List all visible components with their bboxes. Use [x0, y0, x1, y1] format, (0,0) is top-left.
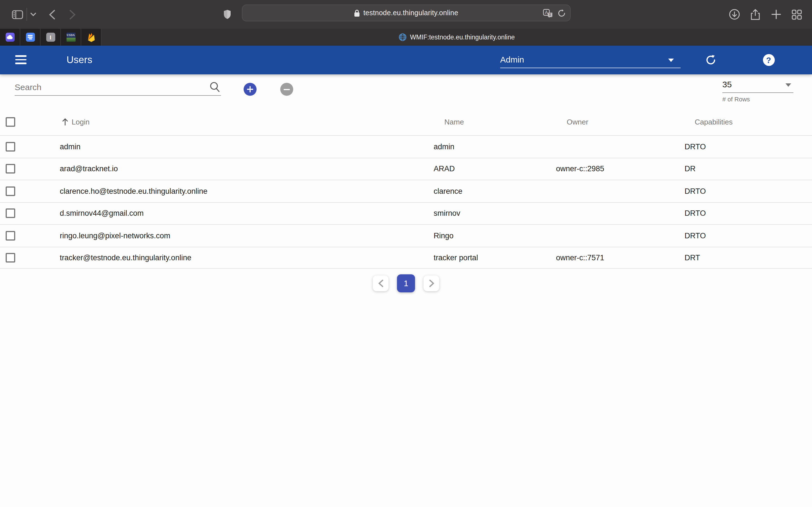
row-checkbox[interactable] [6, 186, 15, 196]
tab-overview-icon[interactable] [790, 0, 804, 29]
privacy-shield-icon[interactable] [221, 0, 234, 29]
dropdown-caret-icon [668, 59, 674, 62]
pinned-tab-firebase[interactable] [81, 29, 101, 46]
chevron-left-icon [378, 279, 383, 287]
active-tab[interactable]: WMIF:testnode.eu.thingularity.online [101, 29, 812, 46]
info-app-icon: I [46, 33, 55, 42]
role-dropdown-value: Admin [500, 55, 524, 64]
main-content: 35 # of Rows Login Name Owner Capabiliti… [0, 74, 812, 507]
role-dropdown[interactable]: Admin [500, 52, 680, 68]
column-header-capabilities[interactable]: Capabilities [679, 118, 812, 126]
screen: testnode.eu.thingularity.online A 文 [0, 0, 812, 507]
tab-title-text: WMIF:testnode.eu.thingularity.online [410, 34, 515, 41]
forward-button[interactable] [66, 0, 78, 29]
row-checkbox[interactable] [6, 142, 15, 152]
rows-per-page-dropdown[interactable]: 35 [722, 77, 794, 93]
app-header: Users Admin ? [0, 46, 812, 74]
pinned-tab-usda[interactable]: USDA [61, 29, 81, 46]
remove-user-button[interactable] [280, 83, 293, 96]
login-cell: arad@tracknet.io [54, 165, 428, 173]
lock-icon [354, 9, 360, 17]
back-button[interactable] [46, 0, 57, 29]
row-checkbox[interactable] [6, 209, 15, 218]
help-icon: ? [763, 54, 774, 66]
sort-ascending-icon [62, 118, 68, 126]
menu-icon[interactable] [15, 55, 27, 64]
login-cell: clarence.ho@testnode.eu.thingularity.onl… [54, 187, 428, 195]
firebase-icon [87, 33, 95, 42]
table-header: Login Name Owner Capabilities [0, 109, 812, 135]
pinned-tab-cloud[interactable] [0, 29, 20, 46]
table-row[interactable]: arad@tracknet.io ARAD owner-c::2985 DR [0, 158, 812, 180]
login-cell: d.smirnov44@gmail.com [54, 209, 428, 218]
login-cell: tracker@testnode.eu.thingularity.online [54, 253, 428, 262]
column-header-login[interactable]: Login [54, 118, 428, 126]
owner-cell: owner-c::7571 [551, 253, 679, 262]
pinned-tabs: I USDA [0, 29, 101, 46]
column-label: Login [71, 118, 90, 126]
table-row[interactable]: ringo.leung@pixel-networks.com Ringo DRT… [0, 224, 812, 246]
table-row[interactable]: admin admin DRTO [0, 135, 812, 158]
tab-strip: I USDA WMIF:testnode.eu.thing [0, 29, 812, 46]
name-cell: smirnov [428, 209, 551, 218]
svg-text:文: 文 [548, 12, 552, 16]
translate-icon[interactable]: A 文 [543, 9, 553, 17]
search-field [15, 79, 221, 96]
search-icon[interactable] [210, 82, 220, 93]
page-number-button[interactable]: 1 [397, 274, 415, 292]
capabilities-cell: DR [679, 165, 812, 173]
plus-icon [247, 86, 253, 93]
capabilities-cell: DRTO [679, 231, 812, 240]
name-cell: ARAD [428, 165, 551, 173]
add-user-button[interactable] [244, 83, 257, 96]
sidebar-chevron-down-icon[interactable] [29, 0, 38, 29]
next-page-button[interactable] [423, 276, 439, 291]
table-row[interactable]: d.smirnov44@gmail.com smirnov DRTO [0, 202, 812, 224]
cloud-app-icon [5, 33, 14, 42]
globe-favicon [399, 33, 407, 41]
previous-page-button[interactable] [373, 276, 389, 291]
page-title: Users [66, 46, 92, 74]
reload-icon[interactable] [558, 9, 566, 17]
row-checkbox[interactable] [6, 253, 15, 263]
row-checkbox[interactable] [6, 231, 15, 240]
refresh-button[interactable] [703, 46, 718, 74]
capabilities-cell: DRTO [679, 143, 812, 151]
pinned-tab-docs[interactable] [20, 29, 41, 46]
name-cell: admin [428, 143, 551, 151]
sidebar-toggle-icon[interactable] [10, 0, 25, 29]
login-cell: ringo.leung@pixel-networks.com [54, 231, 428, 240]
usda-site-icon: USDA [66, 33, 75, 42]
toolbar-divider [27, 8, 27, 21]
rows-caret-icon [785, 83, 791, 87]
docs-app-icon [26, 33, 35, 42]
column-header-name[interactable]: Name [428, 118, 551, 126]
select-all-checkbox[interactable] [6, 117, 15, 127]
capabilities-cell: DRTO [679, 209, 812, 218]
column-header-owner[interactable]: Owner [551, 118, 679, 126]
row-checkbox[interactable] [6, 164, 15, 174]
chevron-right-icon [429, 279, 434, 287]
table-row[interactable]: tracker@testnode.eu.thingularity.online … [0, 246, 812, 269]
browser-toolbar: testnode.eu.thingularity.online A 文 [0, 0, 812, 29]
downloads-icon[interactable] [727, 0, 741, 29]
search-input[interactable] [15, 79, 201, 95]
name-cell: Ringo [428, 231, 551, 240]
share-icon[interactable] [748, 0, 762, 29]
table-row[interactable]: clarence.ho@testnode.eu.thingularity.onl… [0, 180, 812, 202]
table-body: admin admin DRTO arad@tracknet.io ARAD o… [0, 135, 812, 269]
capabilities-cell: DRTO [679, 187, 812, 195]
capabilities-cell: DRT [679, 253, 812, 262]
url-text: testnode.eu.thingularity.online [363, 9, 458, 17]
pagination: 1 [0, 274, 812, 292]
address-bar[interactable]: testnode.eu.thingularity.online A 文 [242, 4, 571, 21]
rows-per-page-value: 35 [722, 79, 732, 89]
login-cell: admin [54, 143, 428, 151]
pinned-tab-info[interactable]: I [41, 29, 61, 46]
name-cell: tracker portal [428, 253, 551, 262]
rows-per-page-label: # of Rows [722, 96, 750, 103]
help-button[interactable]: ? [761, 46, 776, 74]
svg-text:A: A [545, 10, 548, 15]
name-cell: clarence [428, 187, 551, 195]
new-tab-icon[interactable] [769, 0, 783, 29]
